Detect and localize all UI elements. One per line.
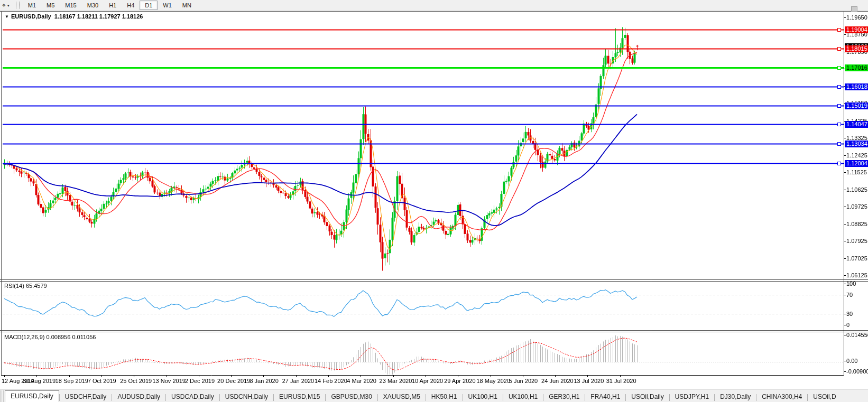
chart-tab-eurusd-daily[interactable]: EURUSD,Daily xyxy=(5,390,59,402)
timeframe-m15[interactable]: M15 xyxy=(60,1,81,10)
crosshair-icon: ⌖ xyxy=(2,2,6,9)
timeframe-h1[interactable]: H1 xyxy=(104,1,122,10)
timeframe-mn[interactable]: MN xyxy=(177,1,197,10)
timeframe-w1[interactable]: W1 xyxy=(158,1,177,10)
chart-tab-china300-h4[interactable]: CHINA300,H4 xyxy=(756,391,807,402)
chart-tab-usoil-daily[interactable]: USOil,Daily xyxy=(626,391,669,402)
chart-tab-gbpusd-m30[interactable]: GBPUSD,M30 xyxy=(326,391,377,402)
timeframe-m30[interactable]: M30 xyxy=(82,1,104,10)
timeframe-m1[interactable]: M1 xyxy=(23,1,41,10)
chart-window: ▼EURUSD,Daily 1.18167 1.18211 1.17927 1.… xyxy=(0,11,868,389)
chart-tab-dj30-daily[interactable]: DJ30,Daily xyxy=(715,391,756,402)
timeframe-m5[interactable]: M5 xyxy=(41,1,60,10)
chevron-down-icon: ▾ xyxy=(7,3,10,8)
chart-tab-eurusd-m15[interactable]: EURUSD,M15 xyxy=(274,391,325,402)
chart-tab-usoil-d[interactable]: USOil,D xyxy=(808,391,841,402)
chart-tab-hk50-h1[interactable]: HK50,H1 xyxy=(426,391,463,402)
chart-canvas[interactable] xyxy=(0,11,868,389)
chart-tab-uk100-h1[interactable]: UK100,H1 xyxy=(503,391,543,402)
top-toolbar: ⌖ ▾ M1M5M15M30H1H4D1W1MN xyxy=(0,0,868,11)
chart-tab-uk100-h1[interactable]: UK100,H1 xyxy=(463,391,503,402)
chart-tab-xauusd-m5[interactable]: XAUUSD,M5 xyxy=(378,391,426,402)
chart-tab-bar: EURUSD,DailyUSDCHF,DailyAUDUSD,DailyUSDC… xyxy=(0,389,868,402)
timeframe-d1[interactable]: D1 xyxy=(140,1,158,10)
chart-tab-usdcad-daily[interactable]: USDCAD,Daily xyxy=(166,391,219,402)
scroll-marker[interactable] xyxy=(851,6,857,12)
chart-tab-usdcnh-daily[interactable]: USDCNH,Daily xyxy=(220,391,273,402)
chart-tab-usdjpy-h1[interactable]: USDJPY,H1 xyxy=(670,391,714,402)
cursor-tool-icon[interactable]: ⌖ ▾ xyxy=(0,1,13,10)
tabbar-grip xyxy=(0,390,4,402)
toolbar-grip xyxy=(16,2,20,9)
timeframe-buttons: M1M5M15M30H1H4D1W1MN xyxy=(23,0,197,11)
chart-tab-ger30-h1[interactable]: GER30,H1 xyxy=(543,391,585,402)
chart-tab-fra40-h1[interactable]: FRA40,H1 xyxy=(585,391,625,402)
chart-tab-audusd-daily[interactable]: AUDUSD,Daily xyxy=(112,391,165,402)
chart-tab-usdchf-daily[interactable]: USDCHF,Daily xyxy=(60,391,112,402)
timeframe-h4[interactable]: H4 xyxy=(122,1,140,10)
